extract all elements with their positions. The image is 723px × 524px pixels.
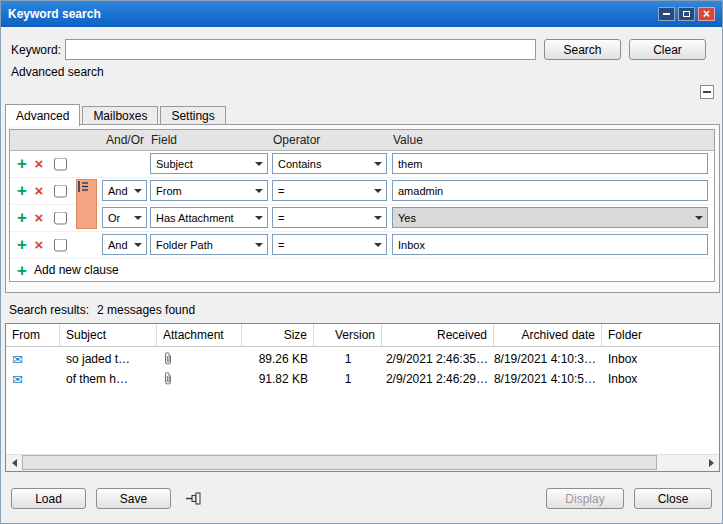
scroll-left-button[interactable] [6,455,22,470]
field-select[interactable]: Has Attachment [150,207,268,228]
scroll-right-button[interactable] [703,455,719,470]
chevron-down-icon [695,216,703,220]
operator-select[interactable]: = [272,207,387,228]
column-header-subject[interactable]: Subject [60,324,157,346]
keyword-input[interactable] [65,39,536,60]
result-archived-date: 8/19/2021 4:10:5… [494,369,602,389]
result-received: 2/9/2021 2:46:35… [382,349,494,369]
clause-row: + × And From = [10,177,714,205]
and-or-select[interactable]: Or [102,207,147,228]
tab-advanced[interactable]: Advanced [5,104,80,126]
value-select[interactable]: Yes [392,207,708,228]
chevron-down-icon [255,243,263,247]
result-size: 89.26 KB [242,349,314,369]
results-header: From Subject Attachment Size Version Rec… [6,324,719,347]
column-header-attachment[interactable]: Attachment [157,324,242,346]
add-clause-icon[interactable]: + [15,236,29,254]
chevron-down-icon [134,216,142,220]
and-or-select[interactable]: And [102,234,147,255]
value-input[interactable] [392,234,708,255]
column-header-from[interactable]: From [6,324,60,346]
clause-row: + × And Folder Path = [10,231,714,259]
add-clause-icon[interactable]: + [15,209,29,227]
header-field: Field [151,133,177,147]
column-header-archived-date[interactable]: Archived date [494,324,602,346]
display-button[interactable]: Display [546,488,624,509]
minimize-button[interactable] [658,7,675,21]
chevron-down-icon [134,243,142,247]
tab-strip: Advanced Mailboxes Settings [5,104,228,126]
field-select[interactable]: Subject [150,153,268,174]
chevron-down-icon [255,216,263,220]
clause-row: + × Subject Contains [10,150,714,178]
operator-select[interactable]: = [272,234,387,255]
paperclip-icon [157,369,242,389]
result-folder: Inbox [602,369,720,389]
window-controls: × [658,7,715,21]
column-header-received[interactable]: Received [382,324,494,346]
close-button[interactable]: Close [634,488,712,509]
result-subject: of them h… [60,369,157,389]
clause-row-checkbox[interactable] [54,238,67,251]
clause-row-checkbox[interactable] [54,184,67,197]
column-header-version[interactable]: Version [314,324,382,346]
delete-clause-icon[interactable]: × [32,182,46,200]
search-results-label: Search results: [9,303,89,317]
collapse-panel-button[interactable] [700,85,714,99]
keyword-search-window: Keyword search × Keyword: Search Clear A… [0,0,723,524]
field-select[interactable]: Folder Path [150,234,268,255]
paperclip-icon [157,349,242,369]
chevron-down-icon [374,162,382,166]
chevron-down-icon [374,243,382,247]
result-row[interactable]: ✉ of them h… 91.82 KB 1 2/9/2021 2:46:29… [6,369,719,389]
clause-group-bracket[interactable] [76,179,97,229]
result-size: 91.82 KB [242,369,314,389]
result-version: 1 [314,369,382,389]
save-button[interactable]: Save [96,488,171,509]
pin-button[interactable] [184,490,204,507]
column-header-size[interactable]: Size [242,324,314,346]
operator-select[interactable]: Contains [272,153,387,174]
search-button[interactable]: Search [544,39,621,60]
advanced-tab-panel: And/Or Field Operator Value + × Subject … [5,124,720,293]
and-or-select[interactable]: And [102,180,147,201]
add-clause-icon[interactable]: + [15,182,29,200]
tab-mailboxes[interactable]: Mailboxes [82,106,158,124]
value-input[interactable] [392,153,708,174]
maximize-button[interactable] [678,7,695,21]
result-row[interactable]: ✉ so jaded t… 89.26 KB 1 2/9/2021 2:46:3… [6,349,719,369]
add-new-clause-label: Add new clause [34,263,119,277]
operator-select[interactable]: = [272,180,387,201]
envelope-icon: ✉ [12,373,23,386]
field-select[interactable]: From [150,180,268,201]
load-button[interactable]: Load [11,488,86,509]
add-clause-icon[interactable]: + [15,155,29,173]
tab-settings[interactable]: Settings [160,106,225,124]
advanced-search-label[interactable]: Advanced search [11,65,104,79]
horizontal-scrollbar[interactable] [6,454,719,471]
titlebar[interactable]: Keyword search × [1,1,722,27]
close-icon: × [703,8,710,20]
delete-clause-icon[interactable]: × [32,236,46,254]
column-header-folder[interactable]: Folder [602,324,720,346]
search-results-summary: Search results: 2 messages found [9,303,195,317]
search-results-count: 2 messages found [97,303,195,317]
header-and-or: And/Or [106,133,144,147]
delete-clause-icon[interactable]: × [32,155,46,173]
clause-grid-header: And/Or Field Operator Value [10,130,714,151]
result-folder: Inbox [602,349,720,369]
scrollbar-thumb[interactable] [22,455,657,470]
chevron-down-icon [255,162,263,166]
clear-button[interactable]: Clear [629,39,706,60]
delete-clause-icon[interactable]: × [32,209,46,227]
chevron-down-icon [374,189,382,193]
value-input[interactable] [392,180,708,201]
add-new-clause[interactable]: + Add new clause [10,258,714,282]
result-archived-date: 8/19/2021 4:10:3… [494,349,602,369]
maximize-icon [683,11,690,17]
clause-row-checkbox[interactable] [54,211,67,224]
minus-icon [703,91,711,93]
clause-row-checkbox[interactable] [54,157,67,170]
close-window-button[interactable]: × [698,7,715,21]
clause-grid: And/Or Field Operator Value + × Subject … [9,129,715,282]
